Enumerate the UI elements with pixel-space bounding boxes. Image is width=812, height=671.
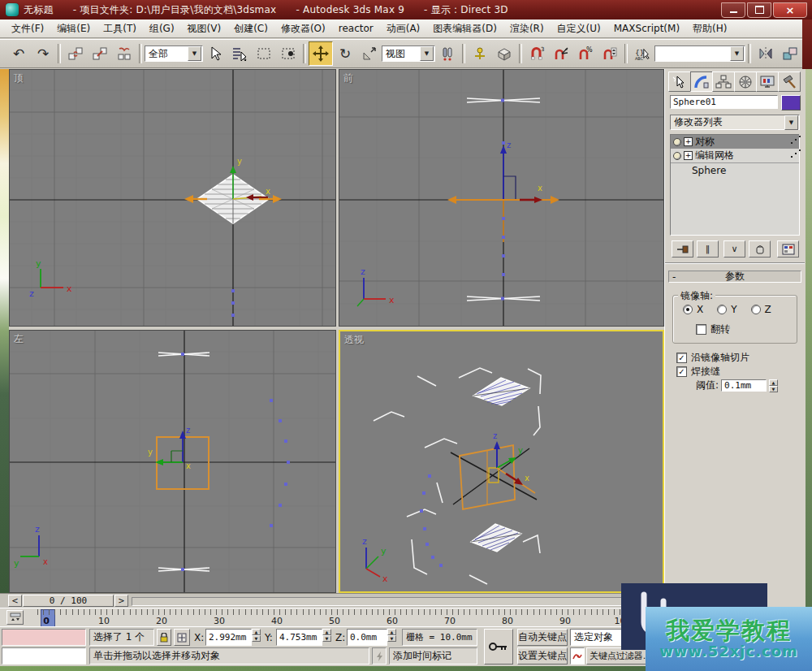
front-viewport-canvas[interactable]: z x z x — [339, 70, 663, 326]
remove-modifier-button[interactable] — [749, 240, 771, 258]
menu-modifiers[interactable]: 修改器(O) — [274, 19, 332, 37]
perspective-viewport-canvas[interactable]: z y x z y x — [340, 331, 663, 591]
parameters-rollout-header[interactable]: - 参数 — [668, 271, 801, 283]
window-crossing-toggle-button[interactable] — [276, 41, 300, 66]
close-button[interactable]: × — [773, 2, 807, 18]
keyboard-override-button[interactable] — [492, 41, 516, 66]
object-color-swatch[interactable] — [781, 95, 801, 110]
percent-snap-toggle-button[interactable]: % — [573, 41, 598, 66]
rectangular-selection-region-button[interactable] — [252, 41, 276, 66]
select-and-link-icon[interactable] — [63, 41, 88, 66]
weld-checkbox[interactable]: ✓ — [676, 366, 687, 377]
x-coordinate-field[interactable]: 2.992mm — [205, 629, 252, 646]
maximize-button[interactable] — [747, 2, 771, 18]
auto-key-button[interactable]: 自动关键点 — [517, 629, 568, 646]
object-name-field[interactable]: Sphere01 — [670, 95, 778, 109]
menu-rendering[interactable]: 渲染(R) — [503, 19, 551, 37]
menu-graph-editors[interactable]: 图表编辑器(D) — [426, 19, 503, 37]
named-selection-sets-combo[interactable]: ▼ — [654, 45, 745, 62]
modifier-list-combo[interactable]: 修改器列表▼ — [670, 115, 800, 130]
front-viewport-label[interactable]: 前 — [343, 71, 353, 85]
menu-reactor[interactable]: reactor — [332, 19, 380, 37]
menu-file[interactable]: 文件(F) — [5, 19, 50, 37]
edit-named-selections-button[interactable]: {}ABC — [630, 41, 654, 66]
select-object-button[interactable] — [203, 41, 227, 66]
menu-help[interactable]: 帮助(H) — [686, 19, 733, 37]
expand-icon[interactable]: + — [684, 151, 693, 160]
tab-motion[interactable] — [734, 71, 757, 92]
viewport-perspective[interactable]: z y x z y x 透视 — [339, 330, 664, 593]
use-center-button[interactable] — [435, 41, 460, 66]
menu-customize[interactable]: 自定义(U) — [551, 19, 607, 37]
unlink-selection-icon[interactable] — [88, 41, 112, 66]
set-key-button[interactable]: 设置关键点 — [517, 647, 568, 665]
bind-to-spacewarp-icon[interactable] — [112, 41, 136, 66]
z-spinner[interactable]: ▲▼ — [387, 629, 396, 642]
y-spinner[interactable]: ▲▼ — [322, 629, 331, 642]
reference-coordinate-combo[interactable]: 视图▼ — [382, 45, 435, 62]
track-bar[interactable]: 0 10 20 30 40 50 60 70 80 90 100 — [0, 608, 664, 626]
tab-create[interactable] — [668, 71, 691, 92]
redo-button[interactable]: ↷ — [31, 41, 55, 66]
time-slider-handle[interactable]: 0 / 100 — [23, 595, 114, 607]
tab-display[interactable] — [756, 71, 779, 92]
modifier-onoff-icon[interactable] — [673, 152, 681, 160]
axis-x-radio[interactable] — [683, 305, 693, 314]
stack-item-edit-mesh[interactable]: + 编辑网格 — [671, 149, 799, 162]
expand-icon[interactable]: + — [684, 137, 693, 146]
threshold-field[interactable]: 0.1mm — [721, 379, 767, 392]
open-mini-curve-editor-button[interactable] — [6, 610, 24, 625]
angle-snap-toggle-button[interactable] — [549, 41, 573, 66]
set-key-mode-button[interactable] — [484, 629, 513, 665]
key-filters-button[interactable]: 关键点过滤器... — [586, 647, 654, 665]
menu-create[interactable]: 创建(C) — [227, 19, 274, 37]
align-button[interactable] — [778, 41, 802, 66]
tab-utilities[interactable] — [778, 71, 801, 92]
menu-edit[interactable]: 编辑(E) — [50, 19, 97, 37]
viewport-left[interactable]: z y x z y x 左 — [9, 330, 336, 593]
maxscript-mini-listener-white[interactable] — [2, 647, 86, 665]
absolute-offset-mode-button[interactable] — [174, 629, 190, 646]
add-time-tag[interactable]: 添加时间标记 — [389, 647, 477, 665]
previous-frame-button[interactable]: < — [8, 595, 22, 607]
maxscript-mini-listener-pink[interactable] — [2, 629, 86, 646]
modifier-onoff-icon[interactable] — [673, 138, 681, 146]
left-viewport-canvas[interactable]: z y x z y x — [10, 331, 335, 592]
undo-button[interactable]: ↶ — [6, 41, 31, 66]
tab-hierarchy[interactable] — [712, 71, 735, 92]
menu-group[interactable]: 组(G) — [143, 19, 181, 37]
top-viewport-canvas[interactable]: y x y x z — [10, 70, 335, 326]
time-slider-track[interactable] — [132, 597, 659, 606]
slice-checkbox[interactable]: ✓ — [676, 353, 687, 363]
show-end-result-button[interactable]: ‖ — [697, 240, 719, 258]
top-viewport-label[interactable]: 顶 — [14, 71, 24, 85]
flip-checkbox[interactable] — [696, 324, 706, 335]
menu-maxscript[interactable]: MAXScript(M) — [607, 19, 686, 37]
configure-modifier-sets-button[interactable] — [777, 240, 799, 258]
selection-filter-combo[interactable]: 全部▼ — [145, 45, 203, 62]
stack-item-sphere[interactable]: Sphere — [671, 162, 799, 177]
viewport-front[interactable]: z x z x 前 — [339, 69, 664, 327]
make-unique-button[interactable]: ∨ — [723, 240, 745, 258]
select-and-move-button[interactable] — [309, 41, 333, 66]
left-viewport-label[interactable]: 左 — [14, 332, 24, 346]
axis-z-radio[interactable] — [751, 305, 761, 314]
pin-stack-button[interactable] — [672, 240, 693, 258]
z-coordinate-field[interactable]: 0.0mm — [347, 629, 387, 646]
select-and-scale-button[interactable] — [357, 41, 382, 66]
menu-views[interactable]: 视图(V) — [181, 19, 228, 37]
snaps-toggle-button[interactable]: 3 — [525, 41, 549, 66]
stack-item-symmetry[interactable]: + 对称 — [671, 135, 799, 149]
tab-modify[interactable] — [690, 71, 713, 92]
select-by-name-button[interactable] — [227, 41, 252, 66]
x-spinner[interactable]: ▲▼ — [252, 629, 261, 642]
threshold-spinner[interactable]: ▲▼ — [769, 379, 778, 392]
spinner-snap-toggle-button[interactable] — [598, 41, 622, 66]
menu-animation[interactable]: 动画(A) — [380, 19, 427, 37]
next-frame-button[interactable]: > — [114, 595, 128, 607]
axis-y-radio[interactable] — [717, 305, 727, 314]
select-and-rotate-button[interactable]: ↻ — [333, 41, 357, 66]
communicator-icon[interactable] — [372, 647, 387, 665]
selection-lock-button[interactable] — [157, 629, 171, 646]
mirror-button[interactable] — [754, 41, 778, 66]
